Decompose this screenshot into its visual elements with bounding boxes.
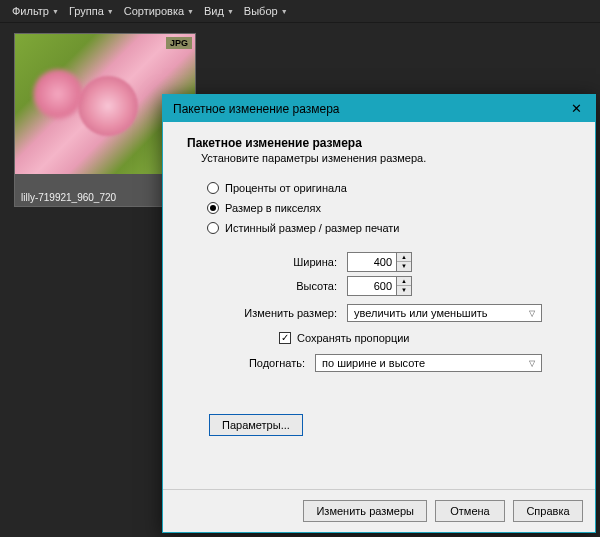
menu-filter[interactable]: Фильтр▼ bbox=[8, 3, 63, 19]
menu-group[interactable]: Группа▼ bbox=[65, 3, 118, 19]
resize-mode-label: Изменить размер: bbox=[187, 307, 347, 319]
chevron-down-icon: ▼ bbox=[187, 8, 194, 15]
menubar: Фильтр▼ Группа▼ Сортировка▼ Вид▼ Выбор▼ bbox=[0, 0, 600, 23]
chevron-down-icon: ▼ bbox=[281, 8, 288, 15]
menu-select[interactable]: Выбор▼ bbox=[240, 3, 292, 19]
menu-view[interactable]: Вид▼ bbox=[200, 3, 238, 19]
radio-icon bbox=[207, 182, 219, 194]
dialog-title: Пакетное изменение размера bbox=[173, 102, 340, 116]
parameters-button[interactable]: Параметры... bbox=[209, 414, 303, 436]
dialog-body: Пакетное изменение размера Установите па… bbox=[163, 122, 595, 489]
format-badge: JPG bbox=[166, 37, 192, 49]
dialog-titlebar: Пакетное изменение размера ✕ bbox=[163, 95, 595, 122]
radio-icon bbox=[207, 222, 219, 234]
preserve-proportions-checkbox[interactable]: ✓ Сохранять пропорции bbox=[279, 332, 571, 344]
chevron-down-icon: ▼ bbox=[107, 8, 114, 15]
chevron-down-icon: ▼ bbox=[227, 8, 234, 15]
height-label: Высота: bbox=[187, 280, 347, 292]
width-spin-up[interactable]: ▲ bbox=[397, 253, 411, 262]
width-input[interactable] bbox=[347, 252, 397, 272]
resize-button[interactable]: Изменить размеры bbox=[303, 500, 427, 522]
batch-resize-dialog: Пакетное изменение размера ✕ Пакетное из… bbox=[162, 94, 596, 533]
checkbox-icon: ✓ bbox=[279, 332, 291, 344]
height-spin-up[interactable]: ▲ bbox=[397, 277, 411, 286]
close-button[interactable]: ✕ bbox=[565, 101, 587, 116]
radio-pixels[interactable]: Размер в пикселях bbox=[207, 202, 571, 214]
chevron-down-icon: ▽ bbox=[529, 359, 535, 368]
fit-label: Подогнать: bbox=[187, 357, 315, 369]
radio-percent[interactable]: Проценты от оригинала bbox=[207, 182, 571, 194]
radio-print[interactable]: Истинный размер / размер печати bbox=[207, 222, 571, 234]
chevron-down-icon: ▼ bbox=[52, 8, 59, 15]
chevron-down-icon: ▽ bbox=[529, 309, 535, 318]
width-label: Ширина: bbox=[187, 256, 347, 268]
dialog-footer: Изменить размеры Отмена Справка bbox=[163, 489, 595, 532]
height-input[interactable] bbox=[347, 276, 397, 296]
help-button[interactable]: Справка bbox=[513, 500, 583, 522]
dialog-heading: Пакетное изменение размера bbox=[187, 136, 571, 150]
height-spin-down[interactable]: ▼ bbox=[397, 286, 411, 295]
radio-icon bbox=[207, 202, 219, 214]
width-spin-down[interactable]: ▼ bbox=[397, 262, 411, 271]
resize-mode-select[interactable]: увеличить или уменьшить ▽ bbox=[347, 304, 542, 322]
dialog-subheading: Установите параметры изменения размера. bbox=[201, 152, 571, 164]
menu-sort[interactable]: Сортировка▼ bbox=[120, 3, 198, 19]
fit-select[interactable]: по ширине и высоте ▽ bbox=[315, 354, 542, 372]
cancel-button[interactable]: Отмена bbox=[435, 500, 505, 522]
